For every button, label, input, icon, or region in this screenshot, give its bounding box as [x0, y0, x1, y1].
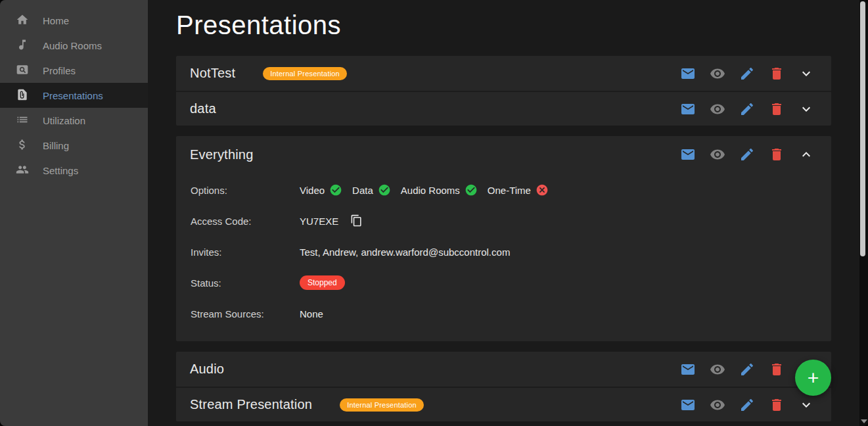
- plus-icon: +: [808, 368, 819, 388]
- scrollbar-thumb[interactable]: [860, 1, 865, 256]
- row-actions: [680, 66, 814, 82]
- sidebar-item-billing[interactable]: Billing: [0, 133, 148, 158]
- chevron-down-icon[interactable]: [798, 101, 814, 117]
- file-paperclip-icon: [16, 88, 29, 103]
- option-data: Data: [352, 183, 391, 197]
- presentation-row-everything[interactable]: Everything: [176, 136, 831, 173]
- edit-button[interactable]: [739, 397, 755, 413]
- sidebar-item-utilization[interactable]: Utilization: [0, 108, 148, 133]
- app-window: Home Audio Rooms Profiles Presentations …: [0, 0, 868, 426]
- stream-sources-value: None: [300, 308, 323, 320]
- cancel-circle-icon: [536, 183, 549, 197]
- presentation-name: NotTest: [190, 66, 235, 81]
- search-page-icon: [16, 63, 29, 78]
- invites-value: Test, Andrew, andrew.warford@subccontrol…: [300, 247, 510, 258]
- sidebar-item-home[interactable]: Home: [0, 8, 148, 33]
- panel-everything-expanded: Everything Options: Video: [176, 136, 831, 341]
- scrollbar-track[interactable]: [859, 0, 868, 426]
- sidebar-item-label: Home: [43, 15, 69, 26]
- delete-button[interactable]: [769, 397, 785, 413]
- list-icon: [16, 113, 29, 128]
- edit-button[interactable]: [739, 66, 755, 82]
- presentation-name: data: [190, 101, 216, 116]
- presentation-row-stream-presentation[interactable]: Stream Presentation Internal Presentatio…: [176, 387, 831, 421]
- email-button[interactable]: [680, 101, 696, 117]
- email-button[interactable]: [680, 66, 696, 82]
- eye-button[interactable]: [710, 101, 725, 117]
- email-button[interactable]: [680, 147, 696, 162]
- sidebar-item-label: Utilization: [43, 115, 85, 126]
- status-label: Status:: [191, 277, 300, 289]
- row-actions: [680, 101, 814, 117]
- sidebar-item-audio-rooms[interactable]: Audio Rooms: [0, 33, 148, 58]
- presentation-name: Audio: [190, 362, 224, 377]
- internal-presentation-badge: Internal Presentation: [263, 67, 347, 80]
- music-note-icon: [16, 38, 29, 53]
- eye-button[interactable]: [710, 397, 725, 413]
- chevron-down-icon[interactable]: [798, 66, 814, 82]
- main-content: Presentations NotTest Internal Presentat…: [148, 0, 868, 426]
- eye-button[interactable]: [710, 66, 725, 82]
- detail-options: Options: Video Data Audio Room: [191, 182, 831, 198]
- email-button[interactable]: [680, 362, 696, 377]
- detail-status: Status: Stopped: [191, 275, 831, 291]
- options-label: Options:: [191, 185, 300, 196]
- sidebar-item-label: Profiles: [43, 65, 76, 76]
- presentation-row-audio[interactable]: Audio: [176, 352, 831, 387]
- home-icon: [16, 13, 29, 28]
- add-presentation-button[interactable]: +: [795, 360, 831, 396]
- delete-button[interactable]: [769, 147, 785, 162]
- sidebar-item-profiles[interactable]: Profiles: [0, 58, 148, 83]
- eye-button[interactable]: [710, 147, 725, 162]
- edit-button[interactable]: [739, 147, 755, 162]
- check-circle-icon: [378, 183, 391, 197]
- sidebar-item-label: Billing: [43, 140, 69, 151]
- edit-button[interactable]: [739, 362, 755, 377]
- detail-invites: Invites: Test, Andrew, andrew.warford@su…: [191, 244, 831, 260]
- option-audio-rooms: Audio Rooms: [401, 183, 478, 197]
- delete-button[interactable]: [769, 362, 785, 377]
- sidebar-item-presentations[interactable]: Presentations: [0, 83, 148, 108]
- sidebar-item-label: Settings: [43, 165, 78, 176]
- presentation-row-data[interactable]: data: [176, 91, 831, 126]
- option-one-time: One-Time: [488, 183, 549, 197]
- chevron-down-icon[interactable]: [798, 397, 814, 413]
- people-icon: [16, 163, 29, 178]
- invites-label: Invites:: [191, 247, 300, 258]
- row-actions: [680, 147, 814, 162]
- stream-sources-label: Stream Sources:: [191, 308, 300, 320]
- presentation-details: Options: Video Data Audio Room: [176, 173, 831, 321]
- check-circle-icon: [465, 183, 478, 197]
- option-video: Video: [300, 183, 342, 197]
- edit-button[interactable]: [739, 101, 755, 117]
- presentation-list: NotTest Internal Presentation data: [176, 56, 831, 421]
- delete-button[interactable]: [769, 101, 785, 117]
- page-title: Presentations: [176, 9, 868, 41]
- scroll-down-arrow-icon[interactable]: [861, 419, 867, 423]
- email-button[interactable]: [680, 397, 696, 413]
- presentation-name: Stream Presentation: [190, 397, 312, 412]
- sidebar-item-label: Presentations: [43, 90, 103, 101]
- row-actions: [680, 362, 814, 377]
- options-value: Video Data Audio Rooms: [300, 183, 559, 197]
- panel-group: NotTest Internal Presentation data: [176, 56, 831, 126]
- access-code-label: Access Code:: [191, 216, 300, 227]
- sidebar-item-label: Audio Rooms: [43, 40, 102, 51]
- check-circle-icon: [329, 183, 342, 197]
- sidebar-item-settings[interactable]: Settings: [0, 158, 148, 183]
- delete-button[interactable]: [769, 66, 785, 82]
- row-actions: [680, 397, 814, 413]
- dollar-icon: [16, 138, 29, 153]
- detail-stream-sources: Stream Sources: None: [191, 306, 831, 321]
- chevron-up-icon[interactable]: [798, 147, 814, 162]
- status-badge: Stopped: [300, 275, 345, 290]
- presentation-row-nottest[interactable]: NotTest Internal Presentation: [176, 56, 831, 91]
- panel-group: Audio Stream Presentation Internal Prese…: [176, 352, 831, 421]
- access-code-value: YU7EXE: [300, 216, 338, 227]
- detail-access-code: Access Code: YU7EXE: [191, 213, 831, 229]
- internal-presentation-badge: Internal Presentation: [340, 398, 424, 412]
- eye-button[interactable]: [710, 362, 725, 377]
- presentation-name: Everything: [190, 147, 254, 162]
- copy-icon[interactable]: [350, 214, 363, 227]
- sidebar: Home Audio Rooms Profiles Presentations …: [0, 0, 148, 426]
